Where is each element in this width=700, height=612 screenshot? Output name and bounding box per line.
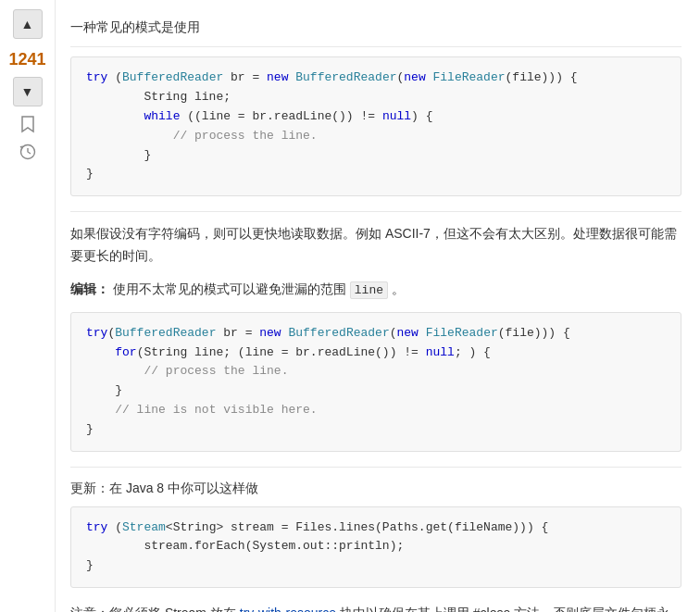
inline-code-line: line bbox=[350, 281, 388, 299]
main-content: 一种常见的模式是使用 try (BufferedReader br = new … bbox=[56, 0, 700, 612]
divider-1 bbox=[70, 211, 681, 212]
history-icon[interactable] bbox=[18, 142, 38, 162]
line-number: 1241 bbox=[8, 50, 45, 69]
edit-text: 使用不太常见的模式可以避免泄漏的范围 bbox=[113, 281, 346, 296]
arrow-up-icon: ▲ bbox=[21, 17, 34, 31]
code-block-1: try (BufferedReader br = new BufferedRea… bbox=[70, 56, 681, 196]
try-with-resource-link[interactable]: try-with-resource bbox=[240, 606, 336, 612]
bookmark-icon[interactable] bbox=[18, 114, 38, 134]
edit-note: 编辑： 使用不太常见的模式可以避免泄漏的范围 line 。 bbox=[70, 279, 681, 301]
edit-suffix: 。 bbox=[392, 281, 405, 296]
top-title: 一种常见的模式是使用 bbox=[70, 19, 200, 34]
paragraph-1: 如果假设没有字符编码，则可以更快地读取数据。例如 ASCII-7，但这不会有太大… bbox=[70, 223, 681, 268]
arrow-down-icon: ▼ bbox=[21, 84, 34, 99]
code-block-2: try(BufferedReader br = new BufferedRead… bbox=[70, 312, 681, 452]
edit-label: 编辑： bbox=[70, 281, 109, 296]
scroll-up-button[interactable]: ▲ bbox=[13, 9, 43, 39]
left-sidebar: ▲ 1241 ▼ bbox=[0, 0, 56, 612]
update-label: 更新：在 Java 8 中你可以这样做 bbox=[70, 481, 681, 497]
scroll-down-button[interactable]: ▼ bbox=[13, 77, 43, 106]
code-block-3: try (Stream<String> stream = Files.lines… bbox=[70, 506, 681, 588]
top-bar: 一种常见的模式是使用 bbox=[70, 9, 681, 47]
divider-2 bbox=[70, 467, 681, 468]
note-text: 注意：您必须将 Stream 放在 try-with-resource 块中以确… bbox=[70, 603, 681, 612]
note-prefix: 注意：您必须将 Stream 放在 bbox=[70, 606, 236, 612]
